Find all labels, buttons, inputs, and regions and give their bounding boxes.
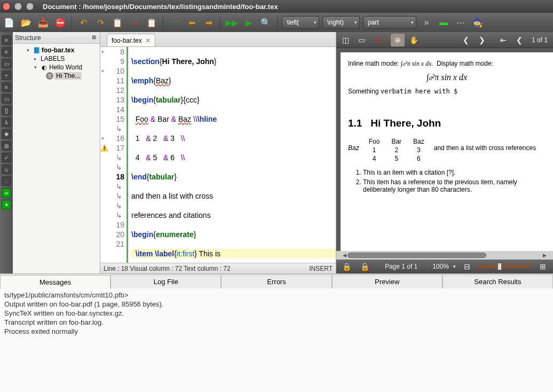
log-line: Output written on foo-bar.pdf (1 page, 8… bbox=[4, 300, 549, 309]
overflow-icon[interactable]: » bbox=[420, 15, 433, 29]
window-title: Document : /home/joseph/Documents/tex/li… bbox=[43, 3, 278, 11]
cut-icon[interactable]: ✂ bbox=[128, 15, 141, 29]
symbol-icon[interactable]: ✱ bbox=[2, 129, 11, 139]
pdf-list-item: This item has a reference to the previou… bbox=[363, 178, 546, 193]
log-line: ts/type1/public/amsfonts/cm/cmtt10.pfb> bbox=[4, 291, 549, 300]
pdf-preview-pane: ◫ ▭ ⎘ ⊕ ✋ ❮ ❯ ⇤ ❮ 1 of 1 Inline math mod… bbox=[336, 32, 553, 273]
tab-foo-bar[interactable]: foo-bar.tex ✕ bbox=[107, 34, 155, 46]
new-file-icon[interactable]: 📄 bbox=[2, 15, 16, 29]
pv-status-zoom: 100% bbox=[432, 263, 449, 270]
code-editor[interactable]: ▾8 9 ▾10 11 12 13 14 15 ↳ ▾16 ⚠️17 ↳ ↳ 1… bbox=[100, 47, 336, 263]
tab-messages[interactable]: Messages bbox=[0, 275, 110, 289]
zoom-out-icon[interactable]: ⊟ bbox=[460, 260, 474, 273]
bottom-tabbar: Messages Log File Errors Preview Search … bbox=[0, 273, 553, 288]
editor-pane: foo-bar.tex ✕ ▾8 9 ▾10 11 12 13 14 15 ↳ … bbox=[100, 32, 336, 273]
tree-labels[interactable]: ▸ LABELS bbox=[14, 54, 99, 63]
close-file-icon[interactable]: ⛔ bbox=[53, 15, 67, 29]
section-icon[interactable]: ▭ bbox=[2, 59, 11, 68]
pv-prev-icon[interactable]: ❮ bbox=[459, 34, 473, 46]
structure-title: Structure bbox=[15, 34, 41, 42]
view-pdf-icon[interactable]: 🔍 bbox=[259, 15, 273, 29]
profile-icon[interactable]: 🧙 bbox=[471, 15, 485, 29]
redo-icon[interactable]: ↷ bbox=[93, 15, 107, 29]
lock-icon[interactable]: 🔒 bbox=[339, 260, 353, 273]
check-icon[interactable]: ✓ bbox=[2, 153, 11, 162]
code-body[interactable]: \section{Hi There, John} \emph{Baz} \beg… bbox=[128, 47, 336, 263]
scroll-thumb[interactable] bbox=[347, 253, 486, 258]
structure-pane: Structure ⊠ ▾ 📘 foo-bar.tex ▸ LABELS ▾ ◐… bbox=[13, 32, 100, 273]
pdf-hscrollbar[interactable]: ◀ ▶ bbox=[336, 251, 553, 260]
tab-preview[interactable]: Preview bbox=[332, 275, 443, 288]
zoom-in-icon[interactable]: ⊞ bbox=[536, 260, 550, 273]
brace-icon[interactable]: {} bbox=[2, 106, 11, 115]
tab-search-results[interactable]: Search Results bbox=[443, 275, 553, 288]
paste-icon[interactable]: 📋 bbox=[145, 15, 159, 29]
wizard-icon[interactable]: 〰 bbox=[168, 15, 181, 29]
tab-log-file[interactable]: Log File bbox=[110, 275, 221, 288]
display-math: ∫₀²π sin x dx bbox=[348, 72, 546, 82]
lambda-icon[interactable]: λ bbox=[2, 117, 11, 127]
pdf-page: Inline math mode: ∫₀²π sin x dx. Display… bbox=[341, 52, 553, 251]
log-line: SyncTeX written on foo-bar.synctex.gz. bbox=[4, 309, 549, 318]
messages-log[interactable]: ts/type1/public/amsfonts/cm/cmtt10.pfb> … bbox=[0, 288, 553, 392]
env-icon[interactable]: ▭ bbox=[2, 94, 11, 104]
tree-section-hello[interactable]: ▾ ◐ Hello World bbox=[14, 63, 99, 72]
pv-page-indicator: 1 of 1 bbox=[532, 36, 548, 44]
pv-windowed-icon[interactable]: ◫ bbox=[338, 34, 352, 46]
window-maximize-button[interactable] bbox=[26, 2, 34, 11]
pdf-list-item: This is an item with a citation [?]. bbox=[363, 169, 546, 176]
pv-fit-icon[interactable]: ⊕ bbox=[391, 34, 405, 46]
open-file-icon[interactable]: 📂 bbox=[19, 15, 33, 29]
chapter-icon[interactable]: ≡ bbox=[2, 47, 11, 57]
tree-root[interactable]: ▾ 📘 foo-bar.tex bbox=[14, 46, 99, 54]
face-icon[interactable]: ☺ bbox=[2, 164, 11, 174]
more-icon[interactable]: ⋯ bbox=[454, 15, 468, 29]
pv-hand-icon[interactable]: ✋ bbox=[407, 34, 421, 46]
preview-statusbar: 🔒 🔒 Page 1 of 1 100% ▾ ⊟ ⊞ bbox=[336, 260, 553, 273]
table-icon[interactable]: ⊞ bbox=[2, 141, 11, 151]
status-mode: INSERT bbox=[309, 265, 333, 272]
tab-errors[interactable]: Errors bbox=[221, 275, 331, 288]
copy-icon[interactable]: 📋 bbox=[110, 15, 124, 29]
pv-next-icon[interactable]: ❯ bbox=[475, 34, 489, 46]
infinity-icon[interactable]: ∞ bbox=[2, 188, 11, 198]
dots-icon[interactable]: ∴ bbox=[2, 176, 11, 186]
build-icon[interactable]: ▶ bbox=[242, 15, 256, 29]
structure-tree[interactable]: ▾ 📘 foo-bar.tex ▸ LABELS ▾ ◐ Hello World… bbox=[13, 44, 100, 82]
pv-pdf-icon[interactable]: ⎘ bbox=[370, 34, 384, 46]
preview-toolbar: ◫ ▭ ⎘ ⊕ ✋ ❮ ❯ ⇤ ❮ 1 of 1 bbox=[336, 32, 553, 48]
delimiter-left-combo[interactable]: \left( bbox=[282, 16, 319, 29]
pv-status-page: Page 1 of 1 bbox=[385, 263, 417, 270]
line-gutter: ▾8 9 ▾10 11 12 13 14 15 ↳ ▾16 ⚠️17 ↳ ↳ 1… bbox=[100, 47, 128, 263]
back-icon[interactable]: ⬅ bbox=[185, 15, 199, 29]
zoom-slider[interactable] bbox=[478, 265, 532, 268]
pdf-table: FooBarBaz 123 456 bbox=[362, 137, 431, 163]
window-titlebar: Document : /home/joseph/Documents/tex/li… bbox=[0, 0, 553, 13]
structure-close-icon[interactable]: ⊠ bbox=[90, 34, 98, 42]
frac-icon[interactable]: ÷ bbox=[2, 70, 11, 80]
log-line: Process exited normally bbox=[4, 327, 549, 336]
section-combo[interactable]: part bbox=[363, 16, 416, 29]
window-minimize-button[interactable] bbox=[14, 2, 22, 11]
editor-tabbar: foo-bar.tex ✕ bbox=[100, 32, 336, 47]
left-icon-gutter: ≡ ≡ ▭ ÷ ≡ ▭ {} λ ✱ ⊞ ✓ ☺ ∴ ∞ ✶ bbox=[0, 32, 13, 273]
pv-single-page-icon[interactable]: ▭ bbox=[354, 34, 368, 46]
pv-first-icon[interactable]: ⇤ bbox=[496, 34, 510, 46]
star-icon[interactable]: ✶ bbox=[2, 200, 11, 209]
pv-back-icon[interactable]: ❮ bbox=[512, 34, 526, 46]
window-close-button[interactable] bbox=[2, 2, 11, 11]
build-run-icon[interactable]: ▶▶ bbox=[225, 15, 239, 29]
tree-section-hi[interactable]: S Hi The... bbox=[14, 72, 99, 80]
tab-close-icon[interactable]: ✕ bbox=[145, 37, 151, 44]
pdf-viewport[interactable]: Inline math mode: ∫₀²π sin x dx. Display… bbox=[336, 48, 553, 251]
list-icon[interactable]: ≡ bbox=[2, 82, 11, 92]
delimiter-right-combo[interactable]: \right) bbox=[322, 16, 360, 29]
part-icon[interactable]: ≡ bbox=[2, 35, 11, 45]
main-toolbar: 📄 📂 📥 ⛔ ↶ ↷ 📋 ✂ 📋 〰 ⬅ ➡ ▶▶ ▶ 🔍 \left( \r… bbox=[0, 13, 553, 32]
undo-icon[interactable]: ↶ bbox=[76, 15, 90, 29]
highlight-icon[interactable]: ▬ bbox=[437, 15, 451, 29]
forward-icon[interactable]: ➡ bbox=[202, 15, 216, 29]
log-line: Transcript written on foo-bar.log. bbox=[4, 318, 549, 327]
save-file-icon[interactable]: 📥 bbox=[36, 15, 50, 29]
lock2-icon[interactable]: 🔒 bbox=[358, 260, 372, 273]
